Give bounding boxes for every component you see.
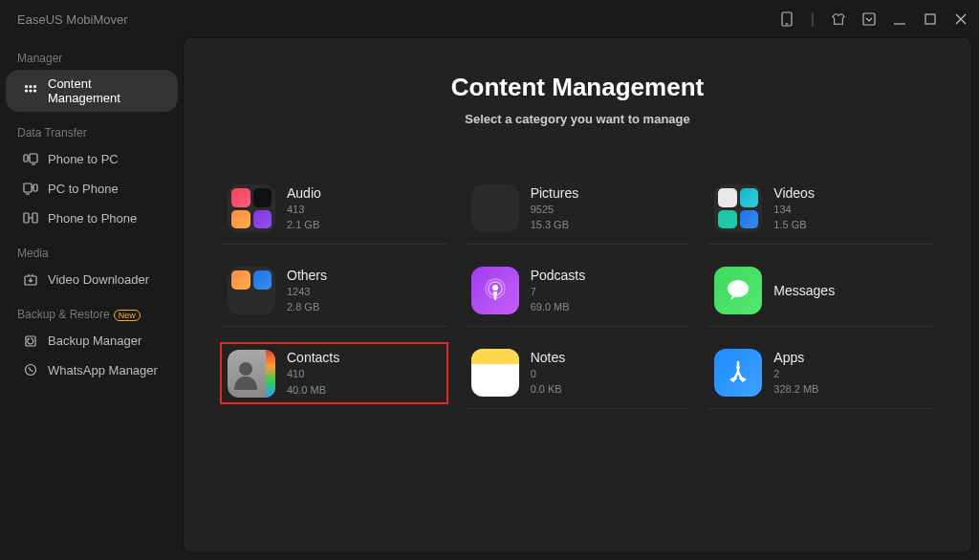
category-count: 9525 — [531, 203, 579, 216]
quad-audio-icon — [228, 184, 275, 232]
svg-point-10 — [25, 89, 28, 92]
svg-point-28 — [239, 362, 252, 376]
category-size: 2.8 GB — [287, 300, 327, 313]
category-audio[interactable]: Audio4132.1 GB — [222, 180, 446, 245]
svg-point-27 — [728, 280, 749, 297]
category-title: Others — [287, 268, 327, 283]
page-title: Content Management — [222, 73, 933, 102]
category-info: Audio4132.1 GB — [287, 185, 321, 232]
category-title: Podcasts — [531, 268, 586, 283]
backup-icon — [23, 333, 38, 348]
phone-icon[interactable] — [780, 12, 794, 26]
category-pictures[interactable]: Pictures952515.3 GB — [466, 180, 690, 245]
close-icon[interactable] — [954, 12, 968, 26]
category-title: Contacts — [287, 350, 339, 365]
quad-pictures-icon — [471, 184, 519, 232]
pc-to-phone-icon — [23, 181, 38, 196]
category-title: Audio — [287, 185, 321, 201]
quad-others-icon — [228, 267, 275, 314]
category-count: 1243 — [287, 285, 327, 298]
category-info: Messages — [773, 283, 835, 298]
sidebar-section-title: Manager — [0, 46, 184, 69]
category-size: 2.1 GB — [287, 218, 321, 231]
titlebar: EaseUS MobiMover | — [0, 0, 979, 38]
category-info: Apps2328.2 MB — [773, 350, 818, 397]
sidebar-section-title: Media — [0, 241, 184, 264]
sidebar-item-content-management[interactable]: Content Management — [6, 70, 178, 112]
notes-icon — [471, 349, 519, 397]
sidebar-item-label: Phone to PC — [48, 152, 119, 166]
category-title: Pictures — [531, 185, 579, 201]
category-messages[interactable]: Messages — [708, 262, 933, 327]
minimize-icon[interactable] — [893, 12, 906, 26]
category-title: Apps — [773, 350, 818, 365]
sidebar-item-pc-to-phone[interactable]: PC to Phone — [6, 174, 178, 203]
svg-point-12 — [33, 89, 36, 92]
category-size: 15.3 GB — [531, 218, 579, 231]
whatsapp-icon — [23, 362, 38, 377]
quad-videos-icon — [714, 184, 762, 232]
category-info: Podcasts769.0 MB — [531, 268, 586, 314]
maximize-icon[interactable] — [924, 12, 937, 26]
shirt-icon[interactable] — [832, 12, 845, 26]
category-notes[interactable]: Notes00.0 KB — [466, 344, 690, 409]
category-title: Messages — [773, 283, 835, 298]
category-apps[interactable]: Apps2328.2 MB — [708, 344, 933, 409]
category-size: 1.5 GB — [773, 218, 815, 231]
svg-rect-2 — [863, 13, 875, 25]
sidebar-section-title: Backup & RestoreNew — [0, 302, 184, 325]
separator: | — [811, 11, 815, 28]
sidebar-item-phone-to-pc[interactable]: Phone to PC — [6, 144, 178, 173]
category-size: 69.0 MB — [531, 300, 586, 313]
category-count: 134 — [773, 203, 815, 216]
svg-rect-4 — [925, 14, 935, 24]
grid-icon — [23, 83, 38, 98]
category-others[interactable]: Others12432.8 GB — [222, 262, 446, 327]
category-grid: Audio4132.1 GBPictures952515.3 GBVideos1… — [222, 180, 933, 409]
category-info: Pictures952515.3 GB — [531, 185, 579, 232]
svg-rect-20 — [33, 213, 37, 223]
sidebar-item-label: Backup Manager — [48, 334, 141, 348]
sidebar-item-video-downloader[interactable]: Video Downloader — [6, 265, 178, 293]
category-title: Videos — [773, 185, 815, 201]
sidebar-item-label: PC to Phone — [48, 182, 119, 196]
sidebar-item-label: WhatsApp Manager — [48, 363, 158, 377]
category-count: 2 — [773, 367, 818, 380]
category-info: Videos1341.5 GB — [773, 185, 815, 232]
category-contacts[interactable]: Contacts41040.0 MB — [222, 344, 446, 402]
svg-rect-19 — [24, 213, 29, 223]
category-videos[interactable]: Videos1341.5 GB — [708, 180, 933, 245]
category-size: 0.0 KB — [531, 382, 566, 396]
sidebar-item-label: Phone to Phone — [48, 211, 137, 226]
svg-point-9 — [33, 85, 36, 88]
category-info: Others12432.8 GB — [287, 268, 327, 314]
svg-rect-16 — [24, 183, 32, 192]
titlebar-controls: | — [780, 11, 968, 28]
svg-rect-13 — [30, 154, 37, 162]
phone-to-phone-icon — [23, 210, 38, 226]
sidebar-item-label: Video Downloader — [48, 272, 149, 287]
category-podcasts[interactable]: Podcasts769.0 MB — [466, 262, 690, 327]
sidebar: ManagerContent ManagementData TransferPh… — [0, 0, 184, 560]
main-panel: Content Management Select a category you… — [184, 38, 971, 552]
phone-to-pc-icon — [23, 151, 38, 166]
page-subtitle: Select a category you want to manage — [222, 112, 933, 126]
message-icon — [714, 267, 762, 314]
category-count: 7 — [531, 285, 586, 298]
category-count: 0 — [531, 367, 566, 380]
dropdown-icon[interactable] — [862, 12, 876, 26]
svg-point-7 — [25, 85, 28, 88]
sidebar-item-whatsapp-manager[interactable]: WhatsApp Manager — [6, 355, 178, 384]
category-info: Notes00.0 KB — [531, 350, 566, 397]
category-size: 328.2 MB — [773, 382, 818, 396]
sidebar-item-label: Content Management — [48, 76, 161, 105]
category-count: 410 — [287, 367, 339, 380]
sidebar-item-backup-manager[interactable]: Backup Manager — [6, 326, 178, 355]
contacts-icon — [228, 350, 275, 398]
svg-point-24 — [492, 285, 498, 291]
sidebar-item-phone-to-phone[interactable]: Phone to Phone — [6, 204, 178, 232]
svg-point-11 — [29, 89, 32, 92]
category-title: Notes — [531, 350, 566, 365]
sidebar-section-title: Data Transfer — [0, 120, 184, 143]
category-info: Contacts41040.0 MB — [287, 350, 339, 397]
